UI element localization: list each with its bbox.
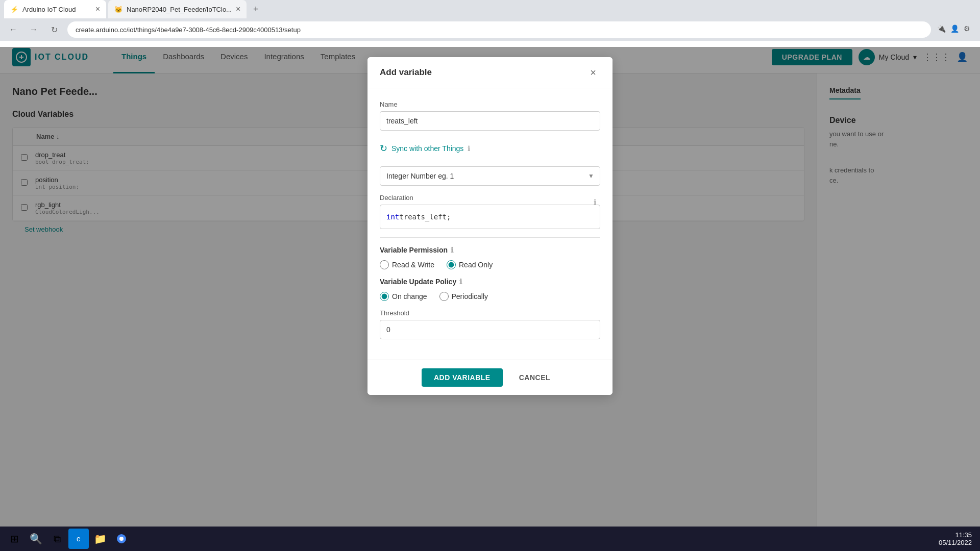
declaration-display: int treats_left; bbox=[380, 205, 600, 229]
update-policy-radio-group: On change Periodically bbox=[380, 292, 600, 301]
edge-btn[interactable]: e bbox=[68, 529, 89, 549]
periodically-label: Periodically bbox=[452, 292, 488, 300]
tab-label2: NanoRP2040_Pet_Feeder/IoTClo... bbox=[127, 6, 232, 13]
clock-time: 11:35 bbox=[939, 531, 972, 539]
on-change-option[interactable]: On change bbox=[380, 292, 427, 301]
sync-row: ↻ Sync with other Things ℹ bbox=[380, 139, 600, 158]
forward-btn[interactable]: → bbox=[27, 22, 41, 37]
tab-close-btn[interactable]: × bbox=[95, 5, 100, 14]
tab-icon: ⚡ bbox=[10, 6, 18, 13]
modal-overlay[interactable]: Add variable × Name ↻ Sync with other Th… bbox=[0, 47, 980, 551]
read-only-radio[interactable] bbox=[447, 260, 456, 269]
address-bar[interactable] bbox=[67, 21, 931, 38]
update-policy-group: Variable Update Policy ℹ On change Perio… bbox=[380, 278, 600, 301]
type-select[interactable]: Integer Number eg. 1 Float Number Boolea… bbox=[380, 166, 600, 186]
update-policy-label: Variable Update Policy ℹ bbox=[380, 278, 600, 286]
on-change-radio[interactable] bbox=[380, 292, 389, 301]
declaration-label: Declaration bbox=[380, 194, 600, 202]
search-taskbar-btn[interactable]: 🔍 bbox=[26, 529, 46, 549]
type-field-group: Integer Number eg. 1 Float Number Boolea… bbox=[380, 166, 600, 186]
modal-header: Add variable × bbox=[368, 57, 612, 88]
sync-icon: ↻ bbox=[380, 143, 387, 154]
extensions-icon: 🔌 bbox=[937, 24, 947, 35]
tab2-close-btn[interactable]: × bbox=[236, 5, 240, 14]
threshold-label: Threshold bbox=[380, 309, 600, 317]
taskbar: ⊞ 🔍 ⧉ e 📁 11:35 05/11/2022 bbox=[0, 527, 980, 551]
declaration-field-group: Declaration int treats_left; ℹ bbox=[380, 194, 600, 229]
new-tab-btn[interactable]: + bbox=[249, 2, 263, 16]
start-btn[interactable]: ⊞ bbox=[4, 529, 24, 549]
modal-body: Name ↻ Sync with other Things ℹ Integer … bbox=[368, 88, 612, 360]
add-variable-btn[interactable]: ADD VARIABLE bbox=[422, 368, 503, 387]
permission-info-icon: ℹ bbox=[451, 246, 453, 254]
file-explorer-btn[interactable]: 📁 bbox=[90, 529, 110, 549]
periodically-option[interactable]: Periodically bbox=[439, 292, 488, 301]
tab-icon2: 🐱 bbox=[114, 6, 122, 13]
svg-point-2 bbox=[119, 537, 124, 541]
decl-rest: treats_left; bbox=[399, 213, 451, 221]
profile-icon: 👤 bbox=[950, 24, 961, 35]
read-write-label: Read & Write bbox=[392, 261, 434, 269]
read-only-option[interactable]: Read Only bbox=[447, 260, 493, 269]
sync-info-icon: ℹ bbox=[468, 144, 470, 153]
taskview-btn[interactable]: ⧉ bbox=[47, 529, 67, 549]
divider bbox=[380, 237, 600, 238]
chrome-btn[interactable] bbox=[111, 529, 132, 549]
permission-group: Variable Permission ℹ Read & Write Read … bbox=[380, 246, 600, 269]
tab-label: Arduino IoT Cloud bbox=[22, 6, 76, 13]
clock-date: 05/11/2022 bbox=[939, 539, 972, 546]
tab-nano[interactable]: 🐱 NanoRP2040_Pet_Feeder/IoTClo... × bbox=[108, 0, 247, 18]
add-variable-modal: Add variable × Name ↻ Sync with other Th… bbox=[368, 57, 612, 395]
read-write-option[interactable]: Read & Write bbox=[380, 260, 434, 269]
taskbar-clock: 11:35 05/11/2022 bbox=[939, 531, 976, 546]
back-btn[interactable]: ← bbox=[6, 22, 20, 37]
threshold-group: Threshold bbox=[380, 309, 600, 339]
name-input[interactable] bbox=[380, 111, 600, 131]
refresh-btn[interactable]: ↻ bbox=[47, 22, 61, 37]
decl-keyword: int bbox=[386, 213, 399, 221]
declaration-info-icon: ℹ bbox=[594, 198, 596, 206]
modal-footer: ADD VARIABLE CANCEL bbox=[368, 360, 612, 395]
modal-title: Add variable bbox=[380, 67, 432, 78]
cancel-btn[interactable]: CANCEL bbox=[511, 368, 558, 387]
permission-label: Variable Permission ℹ bbox=[380, 246, 600, 254]
read-only-label: Read Only bbox=[459, 261, 493, 269]
read-write-radio[interactable] bbox=[380, 260, 389, 269]
settings-icon: ⚙ bbox=[964, 24, 974, 35]
edge-icon: e bbox=[77, 535, 81, 543]
periodically-radio[interactable] bbox=[439, 292, 449, 301]
tab-arduino[interactable]: ⚡ Arduino IoT Cloud × bbox=[4, 0, 106, 18]
name-label: Name bbox=[380, 101, 600, 108]
name-field-group: Name bbox=[380, 101, 600, 131]
permission-radio-group: Read & Write Read Only bbox=[380, 260, 600, 269]
update-policy-info-icon: ℹ bbox=[459, 278, 462, 286]
modal-close-btn[interactable]: × bbox=[586, 65, 600, 80]
sync-label[interactable]: Sync with other Things bbox=[391, 144, 463, 153]
on-change-label: On change bbox=[392, 292, 427, 300]
threshold-input[interactable] bbox=[380, 320, 600, 339]
